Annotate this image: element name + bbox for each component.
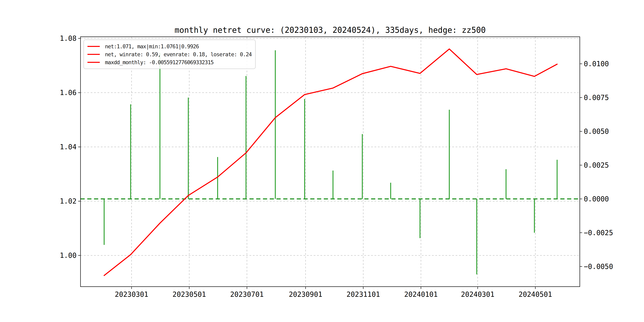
left-axis-tick-label: 1.00 xyxy=(60,252,76,260)
red-line-swatch-icon xyxy=(88,62,100,63)
right-axis-tick-label: 0.0050 xyxy=(584,128,609,135)
left-axis-tick-label: 1.06 xyxy=(60,89,76,96)
x-axis-tick-label: 20230501 xyxy=(172,290,206,298)
net-curve-line xyxy=(104,49,557,276)
right-axis-tick-label: 0.0025 xyxy=(584,161,609,169)
right-axis-tick-label: 0.0100 xyxy=(584,60,609,68)
left-axis-tick-label: 1.08 xyxy=(60,34,76,42)
figure-canvas: monthly netret curve: (20230103, 2024052… xyxy=(0,0,644,322)
left-axis-tick-label: 1.04 xyxy=(60,143,76,151)
legend-label: net:1.071, max|min:1.0761|0.9926 xyxy=(105,43,199,50)
x-axis-tick-label: 20240501 xyxy=(518,290,552,298)
x-axis-tick-label: 20240301 xyxy=(461,290,494,298)
x-axis-tick-label: 20230701 xyxy=(230,290,264,298)
legend-item-maxdd: maxdd_monthly: -0.0055912776069332315 xyxy=(88,58,252,66)
legend: net:1.071, max|min:1.0761|0.9926 net, wi… xyxy=(84,40,256,69)
red-line-swatch-icon xyxy=(88,54,100,55)
right-axis-tick-label: −0.0025 xyxy=(584,229,613,237)
legend-label: maxdd_monthly: -0.0055912776069332315 xyxy=(105,59,214,66)
right-axis-tick-label: 0.0000 xyxy=(584,195,609,203)
x-axis-tick-label: 20230301 xyxy=(115,290,148,298)
axes-frame xyxy=(80,37,580,286)
legend-item-net: net:1.071, max|min:1.0761|0.9926 xyxy=(88,42,252,50)
x-axis-tick-label: 20231101 xyxy=(346,290,380,298)
legend-label: net, winrate: 0.59, evenrate: 0.18, lose… xyxy=(105,51,252,58)
x-axis-tick-label: 20240101 xyxy=(404,290,438,298)
left-axis-tick-label: 1.02 xyxy=(60,197,76,205)
red-line-swatch-icon xyxy=(88,46,100,47)
right-axis-tick-label: 0.0075 xyxy=(584,94,609,102)
x-axis-tick-label: 20230901 xyxy=(289,290,322,298)
right-axis-tick-label: −0.0050 xyxy=(584,262,613,270)
legend-item-winrate: net, winrate: 0.59, evenrate: 0.18, lose… xyxy=(88,50,252,58)
